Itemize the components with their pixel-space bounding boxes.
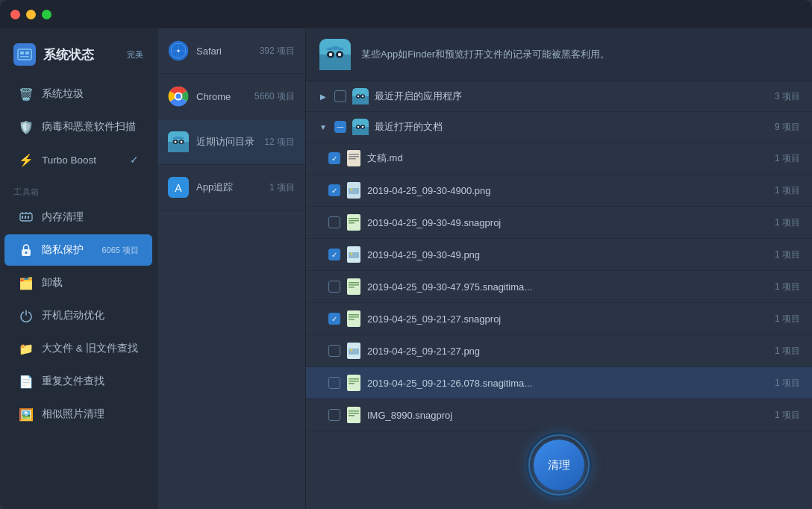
sidebar-section-toolbox: 工具箱 xyxy=(0,176,157,201)
svg-point-65 xyxy=(351,253,353,255)
file-row-4[interactable]: 2019-04-25_09-30-49.png 1 项目 xyxy=(306,239,812,271)
file-label: 2019-04-25_09-21-26.078.snagitima... xyxy=(367,378,769,389)
sidebar-item-startup-opt[interactable]: 开机启动优化 xyxy=(4,300,152,331)
file-row-2[interactable]: 2019-04-25_09-30-4900.png 1 项目 xyxy=(306,175,812,207)
file-row-7[interactable]: 2019-04-25_09-21-27.png 1 项目 xyxy=(306,335,812,367)
clean-button[interactable]: 清理 xyxy=(534,440,584,490)
group-checkbox[interactable] xyxy=(334,90,346,102)
mid-item-safari[interactable]: Safari 392 项目 xyxy=(157,28,305,74)
safari-icon xyxy=(168,40,189,61)
sidebar-item-label: 隐私保护 xyxy=(42,243,84,257)
mid-item-chrome[interactable]: Chrome 5660 项目 xyxy=(157,74,305,119)
sidebar-item-turbo-boost[interactable]: ⚡ Turbo Boost ✓ xyxy=(4,144,152,175)
file-checkbox[interactable] xyxy=(328,152,340,164)
file-row-8[interactable]: 2019-04-25_09-21-26.078.snagitima... 1 项… xyxy=(306,367,812,399)
sidebar-item-memory-clean[interactable]: 内存清理 xyxy=(4,202,152,233)
svg-rect-79 xyxy=(349,381,359,382)
group-count: 3 项目 xyxy=(775,90,800,103)
svg-rect-84 xyxy=(349,415,355,416)
lock-icon xyxy=(18,242,34,258)
svg-rect-80 xyxy=(349,383,355,384)
sidebar-item-label: 相似照片清理 xyxy=(42,407,104,421)
file-label: 2019-04-25_09-30-49.snagproj xyxy=(367,217,769,228)
file-count: 1 项目 xyxy=(775,152,800,165)
file-row-3[interactable]: 2019-04-25_09-30-49.snagproj 1 项目 xyxy=(306,207,812,239)
svg-rect-52 xyxy=(349,154,359,155)
file-checkbox[interactable] xyxy=(328,184,340,196)
svg-rect-83 xyxy=(349,413,359,414)
svg-point-49 xyxy=(357,126,360,128)
svg-point-76 xyxy=(351,349,353,352)
bolt-icon: ⚡ xyxy=(18,152,34,168)
svg-rect-57 xyxy=(349,188,359,194)
close-button[interactable] xyxy=(10,10,20,19)
svg-rect-72 xyxy=(349,316,359,318)
mid-item-app-trace[interactable]: A App追踪 1 项目 xyxy=(157,165,305,210)
file-row-6[interactable]: 2019-04-25_09-21-27.snagproj 1 项目 xyxy=(306,303,812,335)
svg-point-44 xyxy=(362,96,364,98)
file-checkbox[interactable] xyxy=(328,409,340,421)
file-label: IMG_8990.snagproj xyxy=(367,410,769,421)
file-checkbox[interactable] xyxy=(328,216,340,228)
sidebar-item-dupe-files[interactable]: 📄 重复文件查找 xyxy=(4,366,152,397)
group-recent-apps[interactable]: ▶ 最近开启的应用程序 3 项目 xyxy=(306,81,812,112)
app-title: 系统状态 xyxy=(43,46,94,63)
mid-item-recent-dirs[interactable]: 近期访问目录 12 项目 xyxy=(157,119,305,165)
svg-rect-62 xyxy=(349,222,355,224)
duplicate-icon: 📄 xyxy=(18,373,34,390)
svg-rect-5 xyxy=(22,216,23,219)
app-body: 系统状态 完美 🗑️ 系统垃圾 🛡️ 病毒和恶意软件扫描 ⚡ Turbo Boo… xyxy=(0,28,812,509)
svg-rect-26 xyxy=(168,148,189,152)
file-row-1[interactable]: 文稿.md 1 项目 xyxy=(306,143,812,175)
group-recent-docs[interactable]: ▼ 最近打开的文档 9 项目 xyxy=(306,112,812,143)
file-row-9[interactable]: IMG_8990.snagproj 1 项目 xyxy=(306,399,812,431)
sidebar-item-label: 卸载 xyxy=(42,276,63,290)
file-checkbox[interactable] xyxy=(328,281,340,293)
file-checkbox[interactable] xyxy=(328,345,340,357)
sidebar-item-system-trash[interactable]: 🗑️ 系统垃圾 xyxy=(4,78,152,110)
svg-rect-1 xyxy=(20,51,24,54)
sidebar-item-large-files[interactable]: 📁 大文件 & 旧文件查找 xyxy=(4,333,152,364)
group-app-icon xyxy=(352,119,369,135)
minimize-button[interactable] xyxy=(26,10,36,19)
svg-rect-60 xyxy=(349,218,359,219)
svg-text:A: A xyxy=(175,182,182,194)
img-icon xyxy=(346,246,361,263)
chrome-icon xyxy=(168,86,189,107)
right-panel-container: 某些App如Finder和预览打开文件的记录可能被黑客利用。 ▶ xyxy=(306,28,812,509)
svg-rect-69 xyxy=(349,287,355,288)
file-row-5[interactable]: 2019-04-25_09-30-47.975.snagitima... 1 项… xyxy=(306,271,812,303)
group-checkbox[interactable] xyxy=(334,121,346,133)
sidebar-header: 系统状态 完美 xyxy=(0,36,157,78)
file-checkbox[interactable] xyxy=(328,377,340,389)
expand-icon: ▶ xyxy=(318,91,328,102)
sidebar-item-privacy-protect[interactable]: 隐私保护 6065 项目 xyxy=(4,234,152,266)
svg-rect-82 xyxy=(349,410,359,412)
file-count: 1 项目 xyxy=(775,313,800,325)
svg-point-38 xyxy=(338,53,341,56)
group-app-icon xyxy=(352,88,369,104)
snag-icon xyxy=(346,406,361,424)
sidebar: 系统状态 完美 🗑️ 系统垃圾 🛡️ 病毒和恶意软件扫描 ⚡ Turbo Boo… xyxy=(0,28,157,509)
file-label: 文稿.md xyxy=(367,152,769,165)
sidebar-item-label: 内存清理 xyxy=(42,210,84,224)
app-status: 完美 xyxy=(127,49,143,60)
item-badge: 6065 项目 xyxy=(102,245,139,256)
svg-rect-2 xyxy=(25,51,29,54)
shield-icon: 🛡️ xyxy=(18,119,34,135)
svg-point-12 xyxy=(25,252,28,254)
fullscreen-button[interactable] xyxy=(42,10,51,19)
svg-rect-40 xyxy=(352,96,369,104)
folder-icon: 📁 xyxy=(18,340,34,357)
file-count: 1 项目 xyxy=(775,184,800,197)
svg-rect-54 xyxy=(349,158,356,160)
sidebar-item-uninstall[interactable]: 🗂️ 卸载 xyxy=(4,267,152,299)
file-checkbox[interactable] xyxy=(328,313,340,325)
sidebar-item-virus-scan[interactable]: 🛡️ 病毒和恶意软件扫描 xyxy=(4,111,152,143)
file-checkbox[interactable] xyxy=(328,249,340,260)
file-label: 2019-04-25_09-30-49.png xyxy=(367,249,769,260)
sidebar-item-similar-photos[interactable]: 🖼️ 相似照片清理 xyxy=(4,399,152,430)
svg-rect-53 xyxy=(349,156,359,157)
svg-point-50 xyxy=(362,126,364,128)
sidebar-item-label: 系统垃圾 xyxy=(42,87,84,101)
